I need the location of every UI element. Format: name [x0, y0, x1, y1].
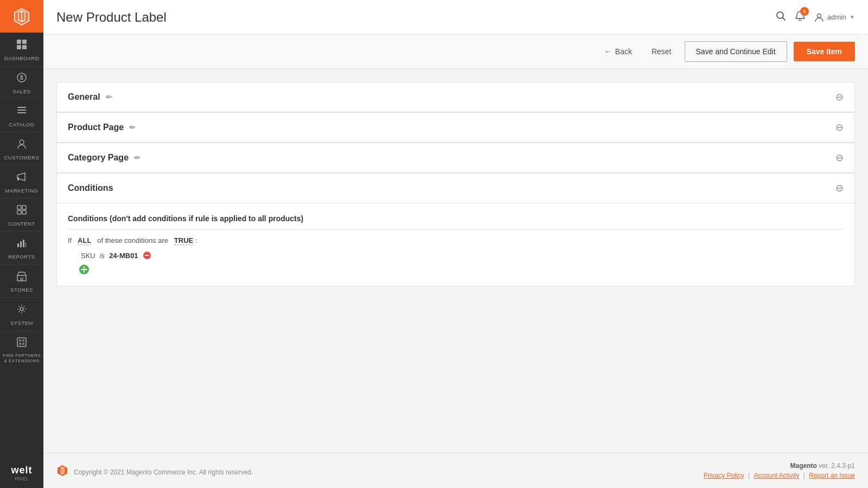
accordion-general-header[interactable]: General ✏ ⊖	[57, 82, 854, 112]
footer-links: Privacy Policy | Account Activity | Repo…	[704, 472, 855, 479]
sidebar-item-sales[interactable]: $ SALES	[0, 66, 43, 99]
general-toggle-icon[interactable]: ⊖	[835, 91, 844, 103]
sidebar-logo[interactable]	[0, 0, 43, 33]
condition-row: SKU is 24-MB01	[81, 251, 844, 260]
sidebar-item-sales-label: SALES	[12, 88, 30, 94]
accordion-product-page-title: Product Page ✏	[68, 123, 136, 132]
accordion-category-page-header[interactable]: Category Page ✏ ⊖	[57, 143, 854, 173]
privacy-policy-link[interactable]: Privacy Policy	[704, 472, 744, 479]
accordion-category-page: Category Page ✏ ⊖	[56, 143, 855, 174]
svg-rect-12	[22, 206, 26, 209]
notifications-button[interactable]: 1	[795, 10, 806, 24]
sidebar-item-partners[interactable]: FIND PARTNERS & EXTENSIONS	[0, 330, 43, 368]
svg-rect-13	[17, 210, 21, 214]
footer-divider-1: |	[748, 472, 751, 479]
svg-text:$: $	[20, 74, 24, 81]
svg-point-9	[20, 140, 24, 144]
category-page-toggle-icon[interactable]: ⊖	[835, 152, 844, 164]
customers-icon	[16, 138, 28, 152]
conditions-body: Conditions (don't add conditions if rule…	[57, 203, 854, 286]
accordion-conditions-title: Conditions	[68, 183, 113, 193]
general-edit-icon[interactable]: ✏	[106, 93, 112, 101]
back-arrow-icon: ←	[604, 47, 612, 56]
svg-rect-15	[17, 243, 19, 247]
footer: Copyright © 2021 Magento Commerce Inc. A…	[43, 453, 868, 488]
admin-label: admin	[827, 13, 846, 21]
report-issue-link[interactable]: Report an Issue	[809, 472, 855, 479]
footer-left: Copyright © 2021 Magento Commerce Inc. A…	[56, 465, 253, 479]
sidebar-item-customers[interactable]: CUSTOMERS	[0, 132, 43, 165]
condition-operator: is	[100, 252, 105, 260]
condition-attribute: SKU	[81, 252, 95, 260]
accordion-conditions-header[interactable]: Conditions ⊖	[57, 174, 854, 203]
svg-rect-20	[20, 278, 23, 281]
svg-rect-14	[22, 210, 26, 214]
dashboard-icon	[16, 38, 28, 53]
category-page-edit-icon[interactable]: ✏	[134, 153, 141, 162]
admin-chevron-icon: ▼	[850, 14, 855, 20]
footer-divider-2: |	[803, 472, 807, 479]
notification-badge: 1	[800, 7, 809, 16]
content-area: General ✏ ⊖ Product Page ✏ ⊖ Category Pa…	[43, 69, 868, 453]
svg-rect-7	[17, 110, 26, 111]
svg-rect-2	[17, 45, 21, 49]
rule-middle: of these conditions are	[97, 236, 168, 245]
catalog-icon	[16, 105, 28, 119]
footer-magento-icon	[56, 465, 68, 479]
svg-rect-6	[17, 107, 26, 108]
footer-right: Magento ver. 2.4.3-p1 Privacy Policy | A…	[704, 462, 855, 479]
accordion-product-page: Product Page ✏ ⊖	[56, 113, 855, 143]
partners-icon	[16, 336, 28, 351]
accordion-general: General ✏ ⊖	[56, 82, 855, 113]
svg-rect-24	[22, 339, 24, 342]
rule-prefix: If	[68, 236, 72, 245]
condition-remove-button[interactable]	[143, 251, 151, 260]
admin-user-menu[interactable]: admin ▼	[814, 12, 855, 22]
svg-rect-10	[17, 177, 19, 181]
rule-keyword[interactable]: ALL	[78, 236, 91, 245]
sidebar-item-marketing[interactable]: MARKETING	[0, 165, 43, 198]
svg-rect-23	[19, 339, 21, 342]
header: New Product Label 1 admi	[43, 0, 868, 35]
product-page-toggle-icon[interactable]: ⊖	[835, 121, 844, 133]
sidebar-item-stores-label: STORES	[10, 287, 33, 293]
toolbar: ← Back Reset Save and Continue Edit Save…	[43, 35, 868, 69]
sidebar-item-partners-label: FIND PARTNERS & EXTENSIONS	[2, 353, 41, 363]
add-condition-button[interactable]	[79, 264, 844, 275]
footer-version-label: Magento	[790, 462, 817, 470]
system-icon	[16, 303, 28, 318]
welt-logo: welt PIXEL	[0, 458, 43, 488]
svg-rect-11	[17, 206, 21, 209]
reset-button[interactable]: Reset	[645, 43, 678, 60]
sidebar-item-catalog[interactable]: CATALOG	[0, 99, 43, 132]
account-activity-link[interactable]: Account Activity	[754, 472, 799, 479]
footer-version-line: Magento ver. 2.4.3-p1	[704, 462, 855, 470]
svg-rect-17	[23, 240, 24, 247]
search-button[interactable]	[775, 10, 786, 24]
sidebar-item-system[interactable]: SYSTEM	[0, 297, 43, 330]
svg-point-21	[20, 307, 23, 311]
svg-rect-1	[22, 40, 27, 44]
accordion-product-page-header[interactable]: Product Page ✏ ⊖	[57, 113, 854, 143]
sidebar-item-reports[interactable]: REPORTS	[0, 231, 43, 264]
welt-logo-text: welt	[11, 465, 32, 476]
accordion-general-title: General ✏	[68, 92, 112, 102]
save-continue-button[interactable]: Save and Continue Edit	[685, 41, 787, 62]
product-page-edit-icon[interactable]: ✏	[129, 123, 136, 132]
footer-version: ver. 2.4.3-p1	[819, 462, 855, 470]
sidebar-item-catalog-label: CATALOG	[9, 121, 35, 127]
marketing-icon	[16, 171, 28, 185]
sidebar-item-content[interactable]: CONTENT	[0, 198, 43, 231]
svg-rect-0	[17, 40, 21, 44]
conditions-toggle-icon[interactable]: ⊖	[835, 182, 844, 194]
rule-value[interactable]: TRUE	[174, 236, 193, 245]
svg-point-28	[799, 18, 801, 21]
save-item-button[interactable]: Save Item	[794, 42, 855, 61]
sidebar: DASHBOARD $ SALES CATALOG CUSTOME	[0, 0, 43, 488]
welt-logo-sub: PIXEL	[11, 476, 32, 481]
back-button[interactable]: ← Back	[598, 43, 639, 60]
sidebar-item-stores[interactable]: STORES	[0, 264, 43, 297]
sidebar-item-dashboard[interactable]: DASHBOARD	[0, 33, 43, 66]
accordion-conditions: Conditions ⊖ Conditions (don't add condi…	[56, 174, 855, 286]
rule-suffix: :	[195, 236, 197, 245]
